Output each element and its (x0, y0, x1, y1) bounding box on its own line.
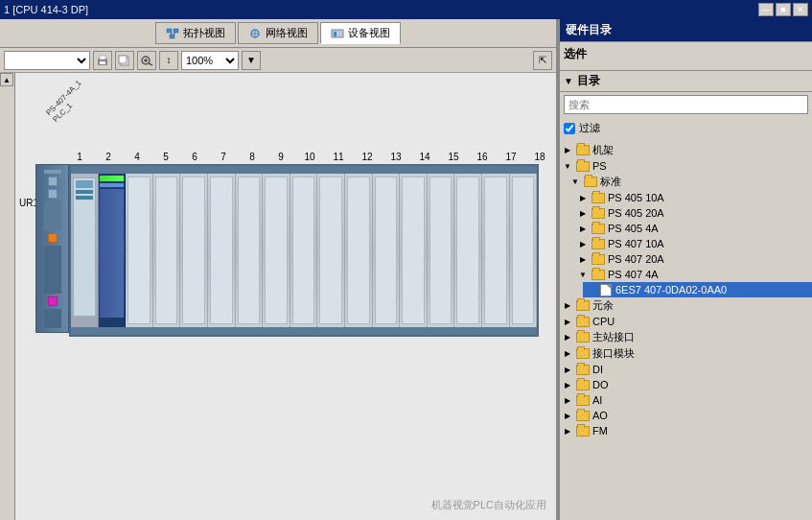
zoom-down-button[interactable]: ↕ (159, 51, 178, 70)
slot-8[interactable] (236, 174, 264, 327)
rack-indicator-top (44, 170, 61, 174)
tree-item-zhuzhan[interactable]: ▶ 主站接口 (560, 329, 812, 345)
toggle-jijia: ▶ (560, 144, 575, 157)
tree-item-ps407-4a[interactable]: ▼ PS 407 4A (575, 267, 812, 282)
filter-label: 过滤 (579, 121, 600, 135)
hardware-catalog-panel: 硬件目录 选件 ▼ 目录 过滤 ▶ 机架 (558, 19, 812, 520)
slot-18[interactable] (510, 174, 538, 327)
filter-checkbox[interactable] (564, 123, 575, 134)
tree-label-cpu: CPU (592, 316, 615, 327)
print-button[interactable] (93, 51, 112, 70)
left-scrollbar[interactable]: ▲ (0, 73, 15, 520)
zoom-select[interactable]: 100% (181, 51, 239, 70)
tree-item-di[interactable]: ▶ DI (560, 362, 812, 377)
filter-row: 过滤 (560, 121, 812, 138)
col-2: 2 (94, 152, 123, 162)
tree-item-ps407-10a[interactable]: ▶ PS 407 10A (575, 236, 812, 251)
svg-rect-9 (334, 32, 336, 36)
toggle-do: ▶ (560, 378, 575, 391)
catalog-menu-title: 目录 (577, 73, 600, 89)
catalog-options: 选件 (560, 42, 812, 70)
window-controls[interactable]: — ■ ✕ (758, 3, 808, 16)
catalog-menu-header: ▼ 目录 (560, 70, 812, 92)
tree-item-ao[interactable]: ▶ AO (560, 408, 812, 423)
tab-topology[interactable]: 拓扑视图 (155, 22, 236, 44)
slot-2-cpu[interactable] (99, 174, 127, 327)
slot-4[interactable] (126, 174, 153, 327)
toggle-ps405-4a: ▶ (575, 222, 591, 235)
tree-item-ps-root[interactable]: ▼ PS (560, 158, 812, 174)
close-button[interactable]: ✕ (793, 3, 808, 16)
col-10: 10 (295, 152, 324, 162)
tree-item-jiekou[interactable]: ▶ 接口模块 (560, 345, 812, 362)
folder-icon-ps405-20a (591, 207, 606, 219)
col-18: 18 (525, 152, 554, 162)
toggle-cpu: ▶ (560, 315, 575, 328)
rack-display (44, 201, 61, 230)
tree-item-jijia[interactable]: ▶ 机架 (560, 142, 812, 158)
zoom-in-icon (140, 55, 153, 66)
tree-item-cpu[interactable]: ▶ CPU (560, 314, 812, 329)
copy-button[interactable] (115, 51, 134, 70)
tree-item-ps407-20a[interactable]: ▶ PS 407 20A (575, 251, 812, 267)
tab-device[interactable]: 设备视图 (320, 22, 401, 44)
watermark: 机器视觉PLC自动化应用 (431, 498, 546, 512)
tree-label-ps407-20a: PS 407 20A (608, 253, 664, 265)
diagram-content: ▲ PS-407-4A_1 PLC_1 1 2 4 5 6 7 8 (0, 73, 556, 520)
tree-item-ps405-4a[interactable]: ▶ PS 405 4A (575, 221, 812, 236)
tree-label-ai: AI (592, 394, 602, 406)
slot-15[interactable] (428, 174, 455, 327)
tree-item-ps405-10a[interactable]: ▶ PS 405 10A (575, 190, 812, 205)
dropdown-select[interactable] (4, 51, 90, 70)
slot-17[interactable] (482, 174, 510, 327)
tree-label-ps: PS (592, 160, 607, 172)
slot-10[interactable] (290, 174, 318, 327)
slot-7[interactable] (208, 174, 236, 327)
view-toolbar: 拓扑视图 网络视图 设备视图 (0, 19, 556, 48)
toggle-ao: ▶ (560, 409, 575, 422)
toggle-ps: ▼ (560, 159, 575, 173)
slot-6[interactable] (180, 174, 208, 327)
tree-item-yuanyu[interactable]: ▶ 元余 (560, 297, 812, 314)
toggle-di: ▶ (560, 363, 575, 376)
slot-16[interactable] (454, 174, 482, 327)
folder-icon-jijia (575, 145, 591, 156)
folder-icon-cpu (575, 316, 591, 327)
col-9: 9 (267, 152, 295, 162)
tree-item-biaozhun[interactable]: ▼ 标准 (568, 174, 812, 190)
tree-label-ps405-10a: PS 405 10A (608, 192, 664, 203)
toggle-jiekou: ▶ (560, 347, 575, 361)
slot-12[interactable] (345, 174, 373, 327)
scroll-up-button[interactable]: ▲ (0, 73, 13, 86)
tree-item-ai[interactable]: ▶ AI (560, 392, 812, 408)
tree-item-6es7[interactable]: 6ES7 407-0DA02-0AA0 (583, 282, 812, 297)
tree-item-fm[interactable]: ▶ FM (560, 423, 812, 438)
folder-icon-jiekou (575, 348, 591, 360)
slot-14[interactable] (400, 174, 428, 327)
tree-item-do[interactable]: ▶ DO (560, 377, 812, 392)
search-input[interactable] (564, 95, 808, 114)
maximize-button[interactable]: ■ (776, 3, 791, 16)
tab-network[interactable]: 网络视图 (238, 22, 318, 44)
tree-label-ps405-4a: PS 405 4A (608, 223, 659, 234)
toggle-ps405-10a: ▶ (575, 191, 591, 204)
tree-item-ps405-20a[interactable]: ▶ PS 405 20A (575, 205, 812, 221)
topology-icon (166, 28, 179, 39)
slot-11[interactable] (317, 174, 345, 327)
folder-icon-ao (575, 410, 591, 421)
tab-device-label: 设备视图 (348, 26, 390, 40)
folder-icon-ps405-10a (591, 192, 606, 203)
slot-9[interactable] (263, 174, 290, 327)
minimize-button[interactable]: — (758, 3, 774, 16)
folder-icon-yuanyu (575, 300, 591, 312)
rack-bottom-body (44, 309, 61, 328)
zoom-in-button[interactable] (137, 51, 156, 70)
col-4: 4 (123, 152, 151, 162)
slot-13[interactable] (373, 174, 401, 327)
slot-5[interactable] (153, 174, 181, 327)
folder-icon-biaozhun (583, 177, 598, 188)
slot-1-ps[interactable] (71, 174, 99, 327)
tree-label-fm: FM (592, 425, 608, 437)
expand-button[interactable]: ⇱ (533, 51, 552, 70)
zoom-dropdown-button[interactable]: ▼ (242, 51, 261, 70)
